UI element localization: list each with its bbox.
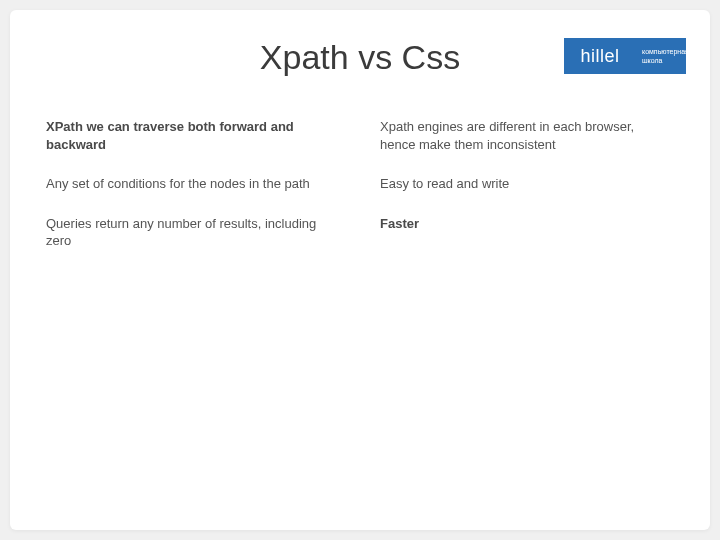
logo-sub-line2: школа xyxy=(642,56,689,65)
right-item-1: Xpath engines are different in each brow… xyxy=(380,118,660,153)
logo-text-sub: компьютерная школа xyxy=(636,47,689,65)
right-item-2: Easy to read and write xyxy=(380,175,660,193)
logo-text-main: hillel xyxy=(564,46,636,67)
logo-badge: hillel компьютерная школа xyxy=(564,38,686,74)
logo-sub-line1: компьютерная xyxy=(642,47,689,56)
left-item-2: Any set of conditions for the nodes in t… xyxy=(46,175,326,193)
left-item-1: XPath we can traverse both forward and b… xyxy=(46,118,326,153)
left-column: XPath we can traverse both forward and b… xyxy=(46,118,340,272)
right-column: Xpath engines are different in each brow… xyxy=(380,118,674,272)
left-item-3: Queries return any number of results, in… xyxy=(46,215,326,250)
slide: Xpath vs Css hillel компьютерная школа X… xyxy=(10,10,710,530)
content-columns: XPath we can traverse both forward and b… xyxy=(46,118,674,272)
right-item-3: Faster xyxy=(380,215,660,233)
